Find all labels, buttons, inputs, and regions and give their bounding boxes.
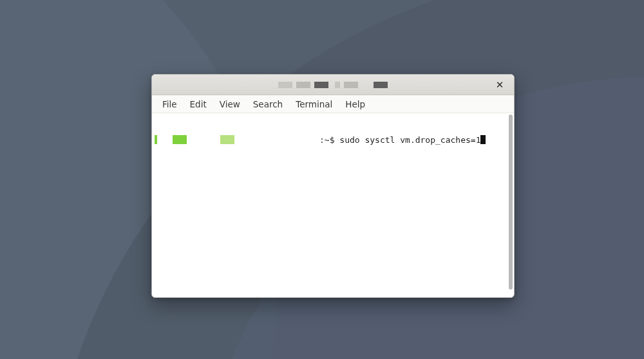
scroll-thumb[interactable] <box>509 115 513 290</box>
prompt-line: :~$ sudo sysctl vm.drop_caches=1 <box>155 135 505 145</box>
menubar: File Edit View Search Terminal Help <box>152 95 514 113</box>
user-host-redacted <box>155 135 234 144</box>
terminal-output[interactable]: :~$ sudo sysctl vm.drop_caches=1 <box>152 113 507 297</box>
cursor <box>480 135 486 144</box>
command-text: sudo sysctl vm.drop_caches=1 <box>339 135 480 145</box>
title-decoration <box>278 82 388 88</box>
desktop: ✕ File Edit View Search Terminal Help :~… <box>0 0 644 359</box>
prompt-suffix: :~$ <box>319 135 339 145</box>
titlebar[interactable]: ✕ <box>152 75 514 95</box>
menu-search[interactable]: Search <box>247 97 289 112</box>
close-button[interactable]: ✕ <box>492 75 507 95</box>
menu-terminal[interactable]: Terminal <box>289 97 339 112</box>
menu-edit[interactable]: Edit <box>184 97 213 112</box>
terminal-window: ✕ File Edit View Search Terminal Help :~… <box>151 74 515 298</box>
menu-view[interactable]: View <box>213 97 247 112</box>
menu-file[interactable]: File <box>156 97 184 112</box>
terminal-body: :~$ sudo sysctl vm.drop_caches=1 <box>152 113 514 297</box>
scrollbar[interactable] <box>507 113 514 297</box>
menu-help[interactable]: Help <box>339 97 372 112</box>
